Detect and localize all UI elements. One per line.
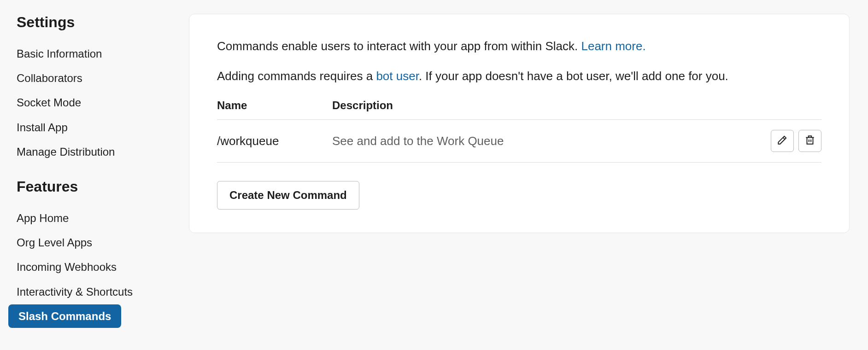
- table-header-actions: [757, 99, 821, 112]
- sidebar: Settings Basic Information Collaborators…: [14, 14, 189, 350]
- sidebar-item-slash-commands[interactable]: Slash Commands: [8, 304, 121, 328]
- intro-text-1: Commands enable users to interact with y…: [217, 39, 581, 53]
- sidebar-item-org-level-apps[interactable]: Org Level Apps: [14, 231, 100, 254]
- sidebar-item-manage-distribution[interactable]: Manage Distribution: [14, 140, 123, 163]
- create-new-command-button[interactable]: Create New Command: [217, 181, 359, 210]
- sidebar-item-incoming-webhooks[interactable]: Incoming Webhooks: [14, 255, 125, 279]
- bot-user-link[interactable]: bot user: [376, 69, 419, 83]
- sidebar-item-interactivity-shortcuts[interactable]: Interactivity & Shortcuts: [14, 280, 141, 303]
- command-description-cell: See and add to the Work Queue: [332, 134, 757, 148]
- command-actions: [757, 130, 821, 152]
- pencil-icon: [776, 134, 788, 148]
- command-name-cell: /workqueue: [217, 134, 332, 148]
- table-header-row: Name Description: [217, 99, 821, 120]
- sidebar-item-collaborators[interactable]: Collaborators: [14, 66, 91, 90]
- sidebar-heading-settings: Settings: [14, 14, 189, 31]
- sidebar-item-app-home[interactable]: App Home: [14, 206, 77, 230]
- trash-icon: [804, 134, 816, 148]
- edit-command-button[interactable]: [771, 130, 794, 152]
- slash-commands-card: Commands enable users to interact with y…: [189, 14, 850, 233]
- learn-more-link[interactable]: Learn more.: [581, 39, 645, 53]
- sidebar-section-settings: Settings Basic Information Collaborators…: [14, 14, 189, 163]
- intro-paragraph-2: Adding commands requires a bot user. If …: [217, 67, 821, 85]
- sidebar-heading-features: Features: [14, 178, 189, 195]
- intro-text-2-post: . If your app doesn't have a bot user, w…: [419, 69, 728, 83]
- main-content: Commands enable users to interact with y…: [189, 14, 868, 350]
- table-header-name: Name: [217, 99, 332, 112]
- delete-command-button[interactable]: [798, 130, 821, 152]
- intro-paragraph-1: Commands enable users to interact with y…: [217, 37, 821, 55]
- sidebar-item-socket-mode[interactable]: Socket Mode: [14, 91, 89, 114]
- sidebar-list-features: App Home Org Level Apps Incoming Webhook…: [14, 206, 189, 328]
- sidebar-list-settings: Basic Information Collaborators Socket M…: [14, 42, 189, 163]
- commands-table: Name Description /workqueue See and add …: [217, 99, 821, 163]
- sidebar-item-install-app[interactable]: Install App: [14, 116, 76, 139]
- sidebar-section-features: Features App Home Org Level Apps Incomin…: [14, 178, 189, 328]
- sidebar-item-basic-information[interactable]: Basic Information: [14, 42, 110, 65]
- table-row: /workqueue See and add to the Work Queue: [217, 120, 821, 163]
- table-header-description: Description: [332, 99, 757, 112]
- intro-text-2-pre: Adding commands requires a: [217, 69, 376, 83]
